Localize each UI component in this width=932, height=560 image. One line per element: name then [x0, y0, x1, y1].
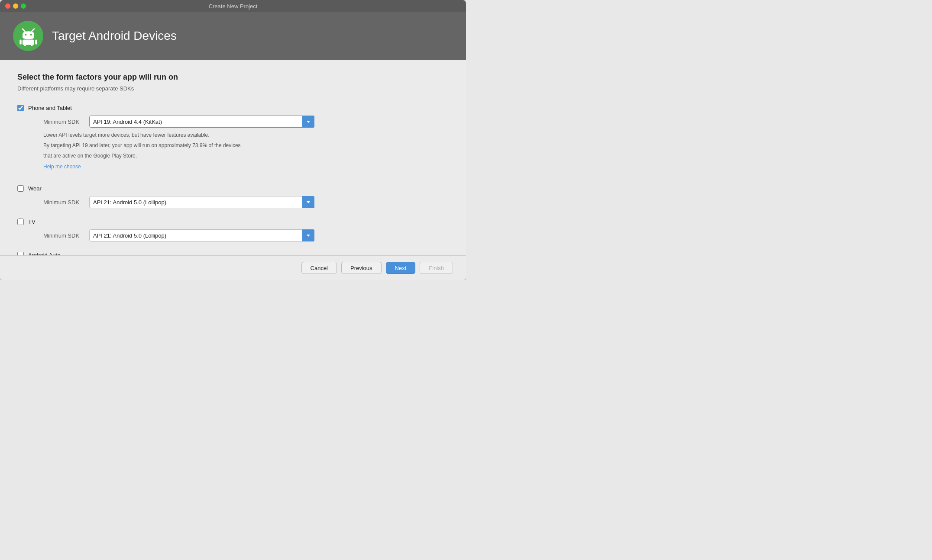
bottom-bar: Cancel Previous Next Finish	[0, 255, 466, 280]
next-button[interactable]: Next	[386, 262, 416, 274]
phone-tablet-sdk-row: Minimum SDK API 19: Android 4.4 (KitKat)…	[43, 116, 449, 128]
content-area: Select the form factors your app will ru…	[0, 60, 466, 255]
wear-sdk-select[interactable]: API 21: Android 5.0 (Lollipop)	[89, 196, 314, 208]
svg-rect-8	[24, 45, 26, 45]
minimize-button[interactable]	[13, 3, 18, 9]
wear-sdk-label: Minimum SDK	[43, 199, 82, 206]
tv-sdk-select[interactable]: API 21: Android 5.0 (Lollipop)	[89, 229, 314, 241]
android-auto-checkbox-row: Android Auto	[17, 252, 449, 255]
previous-button[interactable]: Previous	[341, 262, 382, 274]
svg-rect-5	[23, 39, 34, 45]
page-title: Target Android Devices	[52, 29, 177, 43]
wear-checkbox-row: Wear	[17, 185, 449, 192]
tv-sdk-row: Minimum SDK API 21: Android 5.0 (Lollipo…	[43, 229, 449, 241]
svg-rect-9	[31, 45, 33, 45]
wear-sdk-wrapper: API 21: Android 5.0 (Lollipop)	[89, 196, 314, 208]
tv-checkbox-row: TV	[17, 219, 449, 225]
svg-point-4	[30, 34, 32, 35]
phone-tablet-group: Phone and Tablet Minimum SDK API 19: And…	[17, 105, 449, 178]
maximize-button[interactable]	[21, 3, 26, 9]
tv-checkbox[interactable]	[17, 219, 24, 225]
android-auto-checkbox[interactable]	[17, 252, 24, 255]
android-auto-label[interactable]: Android Auto	[28, 252, 60, 255]
tv-sdk-wrapper: API 21: Android 5.0 (Lollipop)	[89, 229, 314, 241]
wear-checkbox[interactable]	[17, 185, 24, 192]
window-title: Create New Project	[209, 3, 258, 10]
section-title: Select the form factors your app will ru…	[17, 73, 449, 82]
finish-button[interactable]: Finish	[420, 262, 453, 274]
help-me-choose-link[interactable]: Help me choose	[43, 164, 81, 170]
svg-point-3	[25, 34, 26, 35]
phone-tablet-info1: Lower API levels target more devices, bu…	[43, 131, 286, 139]
android-icon	[13, 21, 43, 51]
phone-tablet-sdk-label: Minimum SDK	[43, 119, 82, 125]
close-button[interactable]	[5, 3, 10, 9]
android-auto-group: Android Auto	[17, 252, 449, 255]
header-banner: Target Android Devices	[0, 12, 466, 60]
wear-sdk-row: Minimum SDK API 21: Android 5.0 (Lollipo…	[43, 196, 449, 208]
tv-label[interactable]: TV	[28, 219, 36, 225]
tv-group: TV Minimum SDK API 21: Android 5.0 (Loll…	[17, 219, 449, 245]
phone-tablet-sdk-wrapper: API 19: Android 4.4 (KitKat) API 21: And…	[89, 116, 314, 128]
phone-tablet-checkbox-row: Phone and Tablet	[17, 105, 449, 111]
phone-tablet-checkbox[interactable]	[17, 105, 24, 111]
traffic-lights	[5, 3, 26, 9]
tv-sdk-label: Minimum SDK	[43, 232, 82, 239]
wear-label[interactable]: Wear	[28, 185, 42, 192]
phone-tablet-info3: that are active on the Google Play Store…	[43, 152, 286, 160]
cancel-button[interactable]: Cancel	[301, 262, 337, 274]
section-subtitle: Different platforms may require separate…	[17, 85, 449, 92]
phone-tablet-sdk-select[interactable]: API 19: Android 4.4 (KitKat) API 21: And…	[89, 116, 314, 128]
title-bar: Create New Project	[0, 0, 466, 12]
svg-rect-7	[35, 39, 37, 44]
phone-tablet-info2: By targeting API 19 and later, your app …	[43, 142, 286, 149]
wear-group: Wear Minimum SDK API 21: Android 5.0 (Lo…	[17, 185, 449, 212]
android-svg-icon	[19, 26, 38, 46]
phone-tablet-label[interactable]: Phone and Tablet	[28, 105, 72, 111]
svg-rect-6	[19, 39, 22, 44]
main-window: Create New Project	[0, 0, 466, 280]
